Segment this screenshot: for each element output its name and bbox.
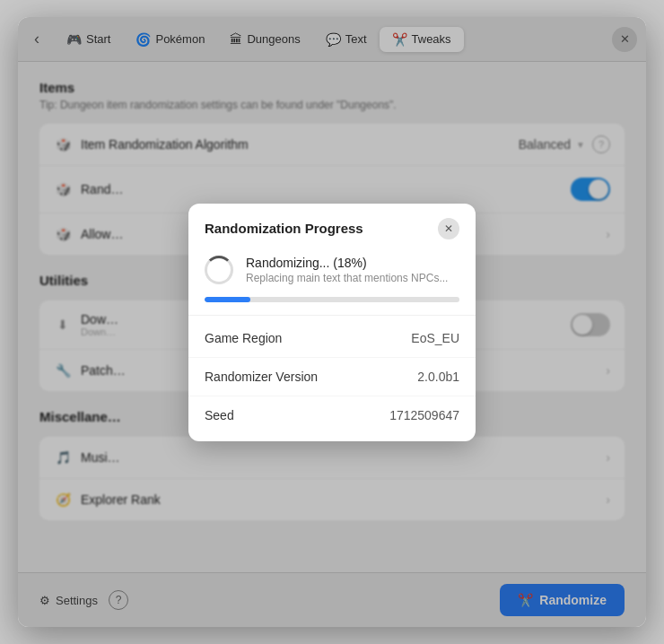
modal-bottom-space bbox=[188, 434, 476, 441]
seed-label: Seed bbox=[205, 408, 234, 422]
game-region-label: Game Region bbox=[205, 331, 282, 345]
modal-divider bbox=[188, 315, 476, 316]
randomizer-version-value: 2.0.0b1 bbox=[417, 370, 459, 384]
randomization-progress-modal: Randomization Progress ✕ Randomizing... … bbox=[188, 204, 476, 441]
modal-info-rows: Game Region EoS_EU Randomizer Version 2.… bbox=[188, 319, 476, 434]
progress-bar-container bbox=[205, 297, 459, 302]
spinner-main-text: Randomizing... (18%) bbox=[246, 256, 448, 270]
main-window: ‹ 🎮 Start 🌀 Pokémon 🏛 Dungeons 💬 Text ✂️… bbox=[18, 17, 646, 627]
seed-row: Seed 1712509647 bbox=[188, 396, 476, 434]
modal-overlay: Randomization Progress ✕ Randomizing... … bbox=[18, 17, 646, 627]
spinner-sub-text: Replacing main text that mentions NPCs..… bbox=[246, 272, 448, 284]
modal-close-button[interactable]: ✕ bbox=[438, 218, 459, 239]
modal-title: Randomization Progress bbox=[205, 221, 363, 236]
progress-bar-fill bbox=[205, 297, 250, 302]
seed-value: 1712509647 bbox=[389, 408, 459, 422]
modal-spinner-row: Randomizing... (18%) Replacing main text… bbox=[188, 250, 476, 297]
game-region-value: EoS_EU bbox=[411, 331, 459, 345]
spinner-icon bbox=[205, 256, 233, 284]
spinner-text-block: Randomizing... (18%) Replacing main text… bbox=[246, 256, 448, 284]
randomizer-version-label: Randomizer Version bbox=[205, 370, 318, 384]
game-region-row: Game Region EoS_EU bbox=[188, 319, 476, 358]
randomizer-version-row: Randomizer Version 2.0.0b1 bbox=[188, 358, 476, 396]
modal-header: Randomization Progress ✕ bbox=[188, 204, 476, 250]
